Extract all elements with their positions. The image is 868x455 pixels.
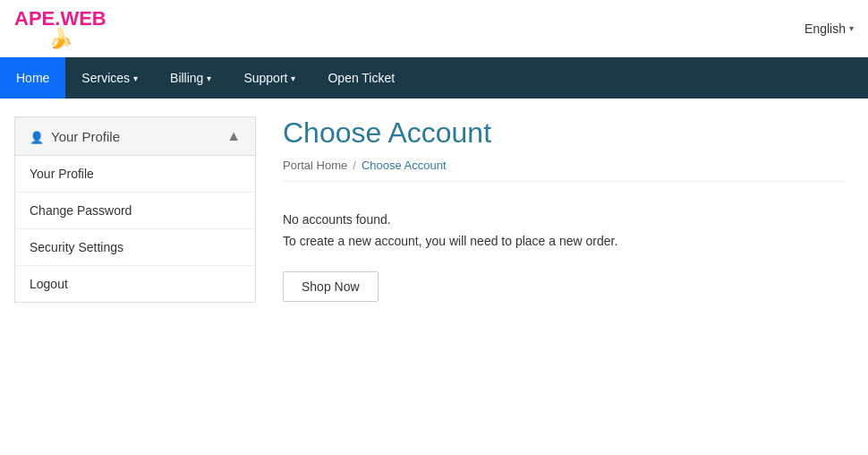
page-title: Choose Account [283,116,845,150]
sidebar: Your Profile ▲ Your Profile Change Passw… [14,116,256,421]
nav-billing[interactable]: Billing ▾ [154,57,227,99]
page-header: APE.WEB 🍌 English ▾ [0,0,868,57]
nav-open-ticket-label: Open Ticket [328,71,395,85]
account-message-area: No accounts found. To create a new accou… [283,203,845,261]
nav-billing-label: Billing [170,71,203,85]
logo-text: APE.WEB [14,9,106,29]
main-content: Choose Account Portal Home / Choose Acco… [274,116,854,421]
breadcrumb-separator: / [353,159,356,172]
language-chevron-icon: ▾ [849,23,854,33]
sidebar-menu: Your Profile Change Password Security Se… [14,156,256,303]
sidebar-item-logout[interactable]: Logout [15,266,255,302]
breadcrumb-home-link[interactable]: Portal Home [283,159,347,172]
breadcrumb-current: Choose Account [362,159,447,172]
sidebar-item-change-password[interactable]: Change Password [15,193,255,229]
language-label: English [804,21,846,36]
breadcrumb: Portal Home / Choose Account [283,159,845,182]
shop-now-button[interactable]: Shop Now [283,271,379,302]
sidebar-item-security-settings[interactable]: Security Settings [15,229,255,266]
main-navbar: Home Services ▾ Billing ▾ Support ▾ Open… [0,57,868,99]
nav-home[interactable]: Home [0,57,65,99]
sidebar-item-security-settings-label: Security Settings [30,240,123,254]
user-icon [30,129,44,144]
header-right: English ▾ [804,21,854,36]
sidebar-item-change-password-label: Change Password [30,203,132,218]
sidebar-item-logout-label: Logout [30,277,68,291]
nav-support-label: Support [243,71,287,85]
nav-home-label: Home [16,71,49,85]
logo-banana: 🍌 [48,29,72,48]
nav-support[interactable]: Support ▾ [227,57,311,99]
logo-ape: APE [14,7,55,30]
content-wrapper: Your Profile ▲ Your Profile Change Passw… [0,99,868,439]
nav-open-ticket[interactable]: Open Ticket [311,57,411,99]
sidebar-collapse-button[interactable]: ▲ [226,128,241,144]
site-logo: APE.WEB 🍌 [14,9,106,48]
sidebar-item-your-profile[interactable]: Your Profile [15,156,255,193]
nav-services-label: Services [81,71,130,85]
nav-services[interactable]: Services ▾ [65,57,154,99]
create-account-message: To create a new account, you will need t… [283,234,845,248]
language-selector[interactable]: English ▾ [804,21,854,36]
sidebar-header-left: Your Profile [30,129,120,144]
sidebar-header-label: Your Profile [51,129,120,144]
no-accounts-message: No accounts found. [283,212,845,227]
nav-services-chevron-icon: ▾ [133,73,138,83]
nav-billing-chevron-icon: ▾ [207,73,211,83]
nav-support-chevron-icon: ▾ [291,73,295,83]
sidebar-item-your-profile-label: Your Profile [30,167,94,181]
sidebar-header: Your Profile ▲ [14,116,256,156]
